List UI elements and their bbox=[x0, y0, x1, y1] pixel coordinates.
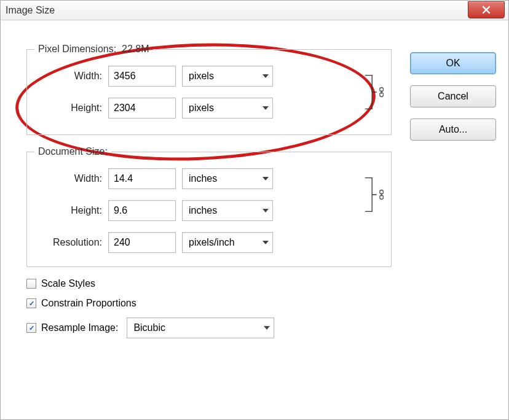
px-height-label: Height: bbox=[34, 103, 102, 114]
document-size-legend: Document Size: bbox=[34, 146, 111, 157]
pixel-dimensions-group: Pixel Dimensions: 22.8M Width: pixels He… bbox=[26, 44, 392, 135]
window-title: Image Size bbox=[6, 5, 55, 16]
doc-height-unit-select[interactable]: inches bbox=[182, 200, 273, 221]
cancel-button-label: Cancel bbox=[438, 91, 468, 102]
doc-width-unit-value: inches bbox=[189, 173, 217, 184]
chain-icon bbox=[378, 87, 385, 98]
auto-button-label: Auto... bbox=[439, 124, 467, 135]
resolution-unit-select[interactable]: pixels/inch bbox=[182, 232, 273, 253]
chevron-down-icon bbox=[262, 241, 269, 244]
doc-width-input[interactable] bbox=[108, 168, 176, 189]
image-size-dialog: Image Size Pixel Dimensions: 22.8M Width… bbox=[0, 0, 509, 420]
chevron-down-icon bbox=[262, 74, 269, 78]
resolution-label: Resolution: bbox=[34, 237, 102, 248]
px-width-input[interactable] bbox=[108, 66, 176, 87]
resample-method-value: Bicubic bbox=[133, 322, 165, 333]
doc-height-label: Height: bbox=[34, 205, 102, 216]
auto-button[interactable]: Auto... bbox=[410, 119, 496, 141]
chain-icon bbox=[378, 189, 385, 200]
chevron-down-icon bbox=[262, 106, 269, 110]
px-height-unit-value: pixels bbox=[189, 103, 214, 114]
link-bracket-icon bbox=[364, 73, 377, 111]
doc-width-label: Width: bbox=[34, 173, 102, 184]
doc-height-input[interactable] bbox=[108, 200, 176, 221]
px-width-label: Width: bbox=[34, 71, 102, 82]
close-icon bbox=[482, 6, 491, 14]
doc-height-unit-value: inches bbox=[189, 205, 217, 216]
document-size-group: Document Size: Width: inches Height: bbox=[26, 146, 392, 267]
constrain-proportions-label: Constrain Proportions bbox=[41, 298, 136, 309]
px-width-unit-select[interactable]: pixels bbox=[182, 66, 273, 87]
link-bracket-icon bbox=[364, 176, 377, 214]
close-button[interactable] bbox=[468, 1, 505, 18]
constrain-proportions-checkbox[interactable] bbox=[26, 298, 36, 308]
resolution-input[interactable] bbox=[108, 232, 176, 253]
px-height-input[interactable] bbox=[108, 98, 176, 119]
cancel-button[interactable]: Cancel bbox=[410, 85, 496, 107]
chevron-down-icon bbox=[262, 209, 269, 212]
chevron-down-icon bbox=[262, 177, 269, 181]
resample-image-checkbox[interactable] bbox=[26, 323, 36, 333]
px-width-unit-value: pixels bbox=[189, 71, 214, 82]
px-height-unit-select[interactable]: pixels bbox=[182, 98, 273, 119]
scale-styles-checkbox[interactable] bbox=[26, 279, 36, 289]
ok-button[interactable]: OK bbox=[410, 52, 496, 74]
resample-image-label: Resample Image: bbox=[41, 322, 118, 333]
scale-styles-label: Scale Styles bbox=[41, 278, 95, 289]
pixel-dimensions-legend: Pixel Dimensions: 22.8M bbox=[34, 44, 153, 55]
ok-button-label: OK bbox=[446, 58, 460, 69]
doc-width-unit-select[interactable]: inches bbox=[182, 168, 273, 189]
resolution-unit-value: pixels/inch bbox=[189, 237, 235, 248]
chevron-down-icon bbox=[264, 326, 270, 330]
resample-method-select[interactable]: Bicubic bbox=[127, 317, 274, 338]
titlebar: Image Size bbox=[1, 1, 508, 20]
